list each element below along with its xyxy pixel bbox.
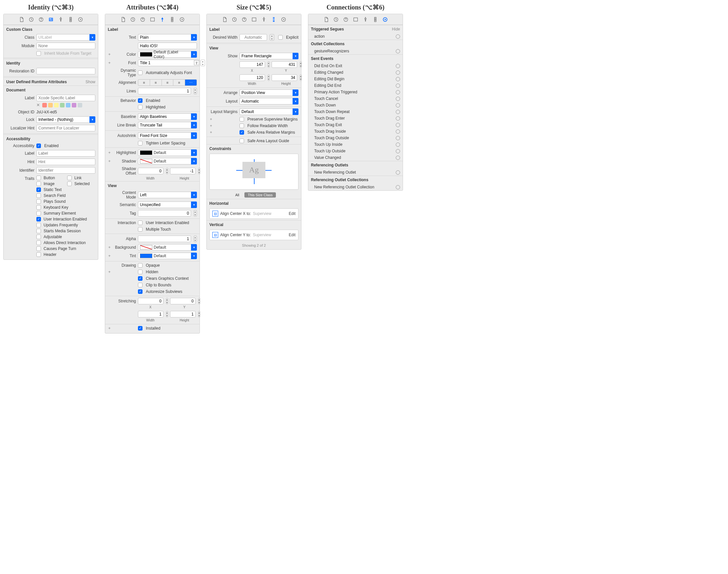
trait-causes-page-turn[interactable]: Causes Page Turn: [36, 246, 95, 251]
constraint-row[interactable]: ⊟ Align Center X to: Superview Edit: [209, 208, 298, 219]
inherit-module-checkbox[interactable]: [36, 51, 41, 56]
trait-checkbox[interactable]: [36, 181, 41, 186]
opaque-checkbox[interactable]: [138, 263, 143, 268]
installed-checkbox[interactable]: [138, 326, 143, 331]
trait-checkbox[interactable]: [36, 193, 41, 198]
history-tab-icon[interactable]: [28, 16, 35, 23]
text-value-input[interactable]: [138, 43, 197, 49]
class-dropdown-icon[interactable]: ▾: [89, 34, 95, 41]
connection-row[interactable]: action: [308, 33, 403, 40]
connection-row[interactable]: Editing Did End: [308, 82, 403, 89]
y-input[interactable]: [272, 61, 297, 68]
preserve-checkbox[interactable]: [240, 117, 244, 122]
dropdown-icon[interactable]: ▾: [191, 34, 197, 41]
connection-outlet-icon[interactable]: [396, 156, 400, 160]
connection-outlet-icon[interactable]: [396, 116, 400, 121]
restoration-input[interactable]: [36, 68, 95, 74]
connection-outlet-icon[interactable]: [396, 97, 400, 101]
lines-stepper[interactable]: ▴▾: [194, 88, 197, 94]
stretch-h-input[interactable]: [170, 311, 196, 318]
dropdown-icon[interactable]: ▾: [191, 202, 197, 208]
x-input[interactable]: [240, 61, 265, 68]
connections-tab-icon[interactable]: [381, 16, 389, 23]
a11y-enabled-checkbox[interactable]: [36, 144, 41, 148]
connection-row[interactable]: Touch Drag Inside: [308, 128, 403, 135]
trait-user-interaction-enabled[interactable]: User Interaction Enabled: [36, 217, 95, 221]
size-tab-icon[interactable]: [67, 16, 74, 23]
dropdown-icon[interactable]: ▾: [191, 132, 197, 139]
explicit-checkbox[interactable]: [278, 35, 283, 40]
trait-header[interactable]: Header: [36, 252, 95, 257]
dropdown-icon[interactable]: ▾: [191, 244, 197, 251]
enabled-checkbox[interactable]: [138, 98, 143, 103]
identity-tab-icon[interactable]: [250, 16, 257, 23]
connection-row[interactable]: Touch Down: [308, 102, 403, 109]
dropdown-icon[interactable]: ▾: [191, 51, 197, 58]
dropdown-icon[interactable]: ▾: [292, 53, 298, 59]
connection-row[interactable]: Did End On Exit: [308, 63, 403, 69]
trait-summary-element[interactable]: Summary Element: [36, 211, 95, 215]
hidden-checkbox[interactable]: [138, 270, 143, 274]
align-justify-icon[interactable]: ≡: [173, 80, 185, 85]
autoresize-checkbox[interactable]: [138, 289, 143, 294]
color-swatch[interactable]: [140, 150, 152, 155]
doc-label-input[interactable]: [36, 95, 95, 101]
connection-outlet-icon[interactable]: [396, 71, 400, 75]
constraint-edit-button[interactable]: Edit: [289, 233, 295, 237]
plus-icon[interactable]: +: [209, 117, 213, 122]
label-color-blue[interactable]: [66, 103, 71, 108]
trait-checkbox[interactable]: [36, 223, 41, 228]
connection-outlet-icon[interactable]: [396, 129, 400, 134]
identity-tab-icon[interactable]: [47, 16, 54, 23]
clear-color-icon[interactable]: ✕: [36, 103, 41, 108]
connection-outlet-icon[interactable]: [396, 34, 400, 39]
file-tab-icon[interactable]: [221, 16, 228, 23]
trait-button[interactable]: Button: [36, 176, 65, 180]
attributes-tab-icon[interactable]: [159, 16, 166, 23]
connection-outlet-icon[interactable]: [396, 110, 400, 114]
trait-plays-sound[interactable]: Plays Sound: [36, 199, 95, 204]
localizer-input[interactable]: [36, 125, 95, 131]
linebreak-select[interactable]: [138, 122, 192, 128]
attributes-tab-icon[interactable]: [260, 16, 267, 23]
dropdown-icon[interactable]: ▾: [191, 150, 197, 156]
stretch-y-input[interactable]: [170, 298, 196, 304]
connections-tab-icon[interactable]: [178, 16, 186, 23]
connection-row[interactable]: Touch Up Inside: [308, 141, 403, 148]
plus-icon[interactable]: +: [108, 326, 111, 331]
color-swatch[interactable]: [140, 52, 152, 57]
connection-row[interactable]: Touch Up Outside: [308, 148, 403, 154]
plus-icon[interactable]: +: [108, 270, 111, 274]
module-field[interactable]: [36, 43, 95, 49]
trait-checkbox[interactable]: [36, 205, 41, 210]
plus-icon[interactable]: +: [108, 150, 111, 155]
width-input[interactable]: [240, 74, 265, 81]
dropdown-icon[interactable]: ▾: [191, 158, 197, 164]
trait-static-text[interactable]: Static Text: [36, 188, 95, 192]
trait-image[interactable]: Image: [36, 181, 65, 186]
align-left-icon[interactable]: ≡: [138, 80, 150, 85]
connection-outlet-icon[interactable]: [396, 49, 400, 53]
connection-outlet-icon[interactable]: [396, 142, 400, 147]
safeguide-checkbox[interactable]: [240, 138, 244, 143]
plus-icon[interactable]: +: [108, 254, 111, 258]
saferel-checkbox[interactable]: [240, 130, 244, 135]
dropdown-icon[interactable]: ▾: [191, 113, 197, 120]
file-tab-icon[interactable]: [322, 16, 330, 23]
trait-checkbox[interactable]: [36, 246, 41, 251]
hide-button[interactable]: Hide: [392, 27, 400, 32]
constraints-all-tab[interactable]: All: [232, 192, 242, 198]
align-right-icon[interactable]: ≡: [162, 80, 174, 85]
trait-search-field[interactable]: Search Field: [36, 193, 95, 198]
history-tab-icon[interactable]: [231, 16, 238, 23]
udra-show-button[interactable]: Show: [85, 80, 95, 84]
trait-checkbox[interactable]: [36, 188, 41, 192]
label-color-yellow[interactable]: [54, 103, 58, 108]
connection-row[interactable]: Touch Drag Exit: [308, 122, 403, 128]
trait-checkbox[interactable]: [36, 235, 41, 239]
connection-outlet-icon[interactable]: [396, 136, 400, 140]
constraint-edit-button[interactable]: Edit: [289, 211, 295, 216]
trait-adjustable[interactable]: Adjustable: [36, 235, 95, 239]
offset-h-input[interactable]: [170, 168, 196, 174]
plus-icon[interactable]: +: [209, 124, 213, 128]
